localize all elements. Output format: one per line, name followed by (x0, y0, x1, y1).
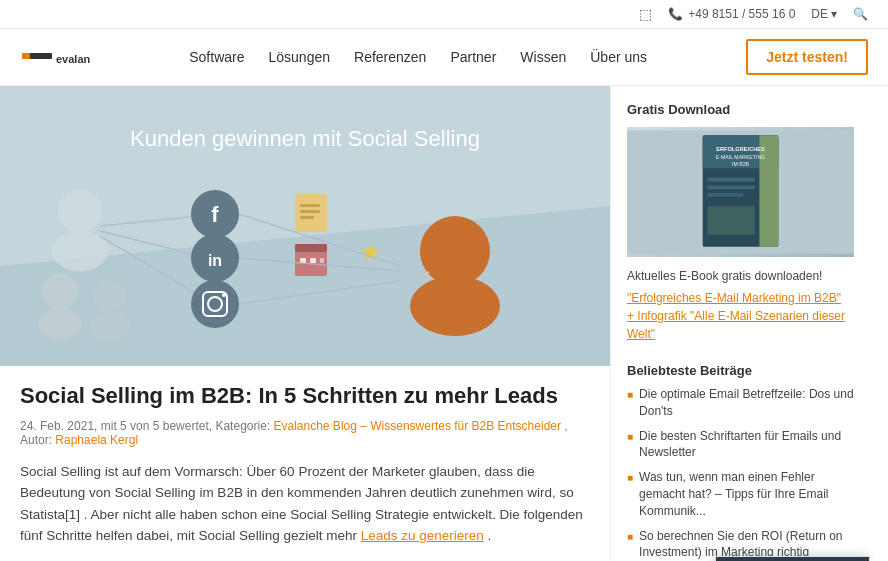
main-content: Kunden gewinnen mit Social Selling f (0, 86, 610, 561)
post-link-1[interactable]: Die optimale Email Betreffzeile: Dos und… (639, 386, 854, 420)
svg-point-6 (58, 189, 102, 233)
author-link[interactable]: Raphaela Kergl (55, 433, 138, 447)
svg-text:ERFOLGREICHES: ERFOLGREICHES (716, 146, 765, 152)
nav-referenzen[interactable]: Referenzen (354, 49, 426, 65)
article-title: Social Selling im B2B: In 5 Schritten zu… (20, 382, 590, 411)
nav-wissen[interactable]: Wissen (520, 49, 566, 65)
svg-rect-46 (707, 178, 754, 182)
posts-label: Beliebteste Beiträge (627, 363, 854, 378)
bullet-icon: ■ (627, 471, 633, 485)
bullet-icon: ■ (627, 530, 633, 544)
content-wrapper: Kunden gewinnen mit Social Selling f (0, 86, 888, 561)
svg-point-10 (94, 280, 126, 312)
svg-point-9 (38, 308, 82, 340)
svg-point-7 (52, 231, 108, 271)
phone-number: 📞 +49 8151 / 555 16 0 (668, 7, 795, 21)
svg-rect-18 (300, 204, 320, 207)
svg-rect-25 (295, 244, 327, 252)
logo[interactable]: evalanche (20, 43, 90, 71)
analytics-icon[interactable]: ⬚ (639, 6, 652, 22)
language-selector[interactable]: DE ▾ (811, 7, 837, 21)
nav-partner[interactable]: Partner (450, 49, 496, 65)
search-icon[interactable]: 🔍 (853, 7, 868, 21)
svg-text:★: ★ (359, 237, 382, 267)
nav-software[interactable]: Software (189, 49, 244, 65)
article-meta: 24. Feb. 2021, mit 5 von 5 bewertet, Kat… (20, 419, 590, 447)
svg-rect-48 (707, 193, 743, 197)
list-item: ■ Die optimale Email Betreffzeile: Dos u… (627, 386, 854, 420)
svg-text:IM B2B: IM B2B (732, 161, 750, 167)
main-nav: evalanche Software Lösungen Referenzen P… (0, 29, 888, 86)
svg-point-29 (191, 280, 239, 328)
svg-text:E-MAIL MARKETING: E-MAIL MARKETING (716, 154, 765, 160)
svg-point-37 (410, 276, 500, 336)
list-item: ■ Die besten Schriftarten für Emails und… (627, 428, 854, 462)
phone-icon: 📞 (668, 7, 683, 21)
svg-point-8 (42, 273, 78, 309)
svg-text:→: → (415, 262, 433, 282)
svg-text:Kunden gewinnen mit Social Sel: Kunden gewinnen mit Social Selling (130, 126, 480, 151)
post-link-3[interactable]: Was tun, wenn man einen Fehler gemacht h… (639, 469, 854, 519)
sidebar-download-intro: Aktuelles E-Book gratis downloaden! (627, 267, 854, 285)
ebook-download-link[interactable]: "Erfolgreiches E-Mail Marketing im B2B" (627, 291, 841, 305)
infografik-download-link[interactable]: + Infografik "Alle E-Mail Szenarien dies… (627, 309, 845, 341)
sidebar: Gratis Download ERFOLGREICHES E-MAIL MAR… (610, 86, 870, 561)
popup-notification[interactable]: EVALANCHE NEWS Erfahren Sie, warum das Z… (715, 556, 870, 561)
svg-rect-47 (707, 185, 754, 189)
popup-header: EVALANCHE NEWS (716, 557, 869, 561)
svg-text:in: in (208, 252, 222, 269)
nav-links: Software Lösungen Referenzen Partner Wis… (189, 49, 647, 65)
svg-rect-1 (22, 53, 30, 59)
jetzt-testen-button[interactable]: Jetzt testen! (746, 39, 868, 75)
article-body: Social Selling ist auf dem Vormarsch: Üb… (20, 461, 590, 547)
list-item: ■ Was tun, wenn man einen Fehler gemacht… (627, 469, 854, 519)
article-section: Social Selling im B2B: In 5 Schritten zu… (0, 366, 610, 561)
svg-rect-19 (300, 210, 320, 213)
svg-text:f: f (211, 202, 219, 227)
bullet-icon: ■ (627, 388, 633, 402)
leads-link[interactable]: Leads zu generieren (361, 528, 484, 543)
bullet-icon: ■ (627, 430, 633, 444)
gratis-download-section: Gratis Download ERFOLGREICHES E-MAIL MAR… (627, 102, 854, 343)
nav-loesungen[interactable]: Lösungen (269, 49, 331, 65)
svg-rect-20 (300, 216, 314, 219)
svg-point-11 (90, 312, 130, 340)
hero-image: Kunden gewinnen mit Social Selling f (0, 86, 610, 366)
svg-text:evalanche: evalanche (56, 53, 90, 65)
sidebar-download-links: "Erfolgreiches E-Mail Marketing im B2B" … (627, 289, 854, 343)
beliebteste-beitraege-section: Beliebteste Beiträge ■ Die optimale Emai… (627, 363, 854, 561)
post-link-2[interactable]: Die besten Schriftarten für Emails und N… (639, 428, 854, 462)
ebook-image: ERFOLGREICHES E-MAIL MARKETING IM B2B (627, 127, 854, 257)
svg-rect-28 (320, 258, 324, 263)
svg-rect-27 (310, 258, 316, 263)
nav-ueber-uns[interactable]: Über uns (590, 49, 647, 65)
svg-point-32 (222, 293, 226, 297)
svg-rect-49 (707, 206, 754, 234)
category-link[interactable]: Evalanche Blog – Wissenswertes für B2B E… (274, 419, 561, 433)
chevron-down-icon: ▾ (831, 7, 837, 21)
gratis-label: Gratis Download (627, 102, 854, 117)
top-bar: ⬚ 📞 +49 8151 / 555 16 0 DE ▾ 🔍 (0, 0, 888, 29)
